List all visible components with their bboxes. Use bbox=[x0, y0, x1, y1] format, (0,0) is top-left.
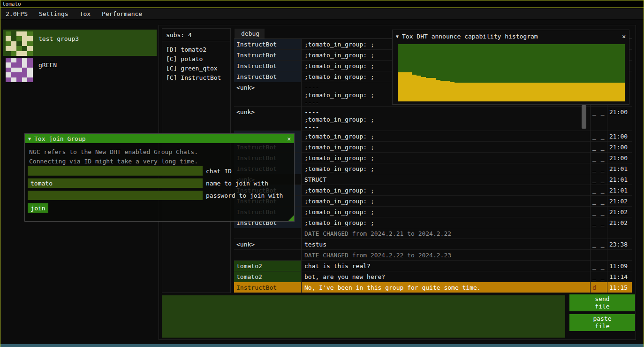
message-text: ;tomato_in_group: ; bbox=[302, 185, 590, 195]
histogram-bar bbox=[559, 83, 563, 101]
histogram-bar bbox=[601, 83, 606, 101]
message-text: ;tomato_in_group: ; bbox=[302, 131, 590, 141]
menu-item-20fps[interactable]: 2.0FPS bbox=[1, 9, 32, 19]
message-timestamp: 11:14 bbox=[607, 271, 632, 282]
message-flags: _ _ bbox=[591, 174, 606, 185]
join-window-title: Tox join Group bbox=[34, 135, 284, 142]
message-text: ---- ;tomato_in_group: ; ---- bbox=[302, 107, 590, 131]
message-timestamp: 21:01 bbox=[607, 163, 632, 174]
join-window-titlebar[interactable]: ▼ Tox join Group ✕ bbox=[25, 134, 294, 143]
avatar-pixel bbox=[27, 68, 33, 72]
avatar-pixel bbox=[6, 31, 11, 36]
collapse-arrow-icon[interactable]: ▼ bbox=[396, 34, 399, 39]
avatar-pixel bbox=[22, 51, 28, 56]
window-title: tomato bbox=[2, 1, 21, 7]
histogram-bar bbox=[492, 83, 497, 101]
avatar-pixel bbox=[11, 77, 17, 82]
join-button[interactable]: join bbox=[28, 203, 48, 213]
histogram-bar bbox=[402, 72, 407, 101]
avatar-pixel bbox=[6, 68, 11, 72]
member-item[interactable]: [C] green_qtox bbox=[162, 64, 230, 73]
message-author: <unk> bbox=[234, 107, 301, 131]
avatar-pixel bbox=[27, 77, 33, 82]
subs-count: subs: 4 bbox=[162, 29, 230, 41]
avatar-pixel bbox=[11, 51, 17, 56]
avatar-pixel bbox=[6, 51, 11, 56]
member-item[interactable]: [C] potato bbox=[162, 54, 230, 64]
join-field-name-to-join-with[interactable] bbox=[28, 178, 203, 188]
avatar-pixel bbox=[27, 41, 33, 46]
avatar-pixel bbox=[6, 36, 11, 41]
message-author: <unk> bbox=[234, 239, 301, 249]
avatar-pixel bbox=[22, 36, 28, 41]
menu-item-settings[interactable]: Settings bbox=[35, 9, 73, 19]
menu-item-tox[interactable]: Tox bbox=[76, 9, 95, 19]
histogram-bar bbox=[507, 83, 511, 101]
send-file-button[interactable]: send file bbox=[569, 294, 635, 311]
histogram-bar bbox=[469, 83, 473, 101]
histogram-bar bbox=[582, 83, 587, 101]
menu-item-performance[interactable]: Performance bbox=[98, 9, 146, 19]
join-info-line1: NGC refers to the New DHT enabled Group … bbox=[29, 148, 198, 155]
avatar-pixel bbox=[16, 72, 22, 77]
message-author: tomato2 bbox=[234, 271, 301, 282]
collapse-arrow-icon[interactable]: ▼ bbox=[28, 136, 31, 141]
histogram-bar bbox=[521, 83, 525, 101]
histogram-window-titlebar[interactable]: ▼ Tox DHT announce capability histogram … bbox=[393, 30, 629, 42]
message-row[interactable]: tomato2bot, are you new here?_ _11:14 bbox=[234, 271, 632, 282]
message-timestamp: 11:15 bbox=[607, 282, 632, 293]
scrollbar-thumb[interactable] bbox=[582, 105, 586, 129]
message-timestamp: 21:00 bbox=[607, 131, 632, 141]
message-row[interactable]: tomato2chat is this real?_ _11:09 bbox=[234, 261, 632, 271]
close-icon[interactable]: ✕ bbox=[287, 135, 291, 142]
message-row[interactable]: InstructBotNo, I've been in this group f… bbox=[234, 282, 632, 293]
message-flags: _ _ bbox=[591, 207, 606, 217]
message-author: InstructBot bbox=[234, 50, 301, 60]
message-timestamp: 21:02 bbox=[607, 196, 632, 206]
join-field-label: chat ID bbox=[206, 168, 232, 175]
avatar-pixel bbox=[22, 31, 28, 36]
group-item-test_group3[interactable]: test_group3 bbox=[3, 30, 157, 56]
avatar-pixel bbox=[16, 51, 22, 56]
histogram-bar bbox=[530, 83, 535, 101]
histogram-bar bbox=[525, 83, 530, 101]
avatar-pixel bbox=[6, 58, 11, 62]
histogram-bar bbox=[573, 83, 577, 101]
histogram-bar bbox=[445, 81, 450, 101]
paste-file-button[interactable]: paste file bbox=[569, 314, 635, 331]
message-flags: d bbox=[591, 282, 606, 293]
os-titlebar[interactable]: tomato bbox=[0, 0, 644, 8]
join-field-password-to-join-with[interactable] bbox=[28, 191, 203, 200]
histogram-bar bbox=[544, 83, 549, 101]
message-input[interactable] bbox=[162, 295, 565, 338]
message-text: ;tomato_in_group: ; bbox=[302, 217, 590, 228]
message-flags: _ _ bbox=[591, 107, 606, 131]
message-row[interactable]: <unk>---- ;tomato_in_group: ; ----_ _21:… bbox=[234, 107, 632, 131]
group-item-gREEN[interactable]: gREEN bbox=[3, 56, 157, 82]
histogram-bar bbox=[478, 83, 483, 101]
resize-grip[interactable] bbox=[288, 215, 294, 221]
message-row[interactable]: <unk>testus_ _23:38 bbox=[234, 239, 632, 250]
avatar-pixel bbox=[22, 68, 28, 72]
join-field-label: name to join with bbox=[206, 180, 268, 187]
histogram-bar bbox=[497, 83, 502, 101]
join-field-chat-id[interactable] bbox=[28, 166, 203, 176]
menu-bar: 2.0FPSSettingsToxPerformance bbox=[0, 8, 644, 20]
avatar-pixel bbox=[27, 31, 33, 36]
histogram-bar bbox=[511, 83, 516, 101]
histogram-bar bbox=[455, 83, 459, 101]
avatar-pixel bbox=[22, 62, 28, 67]
histogram-bar bbox=[459, 83, 464, 101]
member-item[interactable]: [D] tomato2 bbox=[162, 45, 230, 54]
histogram-bar bbox=[426, 78, 431, 101]
avatar-pixel bbox=[22, 77, 28, 82]
member-item[interactable]: [C] InstructBot bbox=[162, 73, 230, 83]
message-author: <unk> bbox=[234, 82, 301, 106]
close-icon[interactable]: ✕ bbox=[622, 33, 626, 40]
window-resize-edge bbox=[0, 344, 644, 347]
date-separator-row: DATE CHANGED from 2024.2.21 to 2024.2.22 bbox=[234, 228, 632, 239]
message-text: ;tomato_in_group: ; bbox=[302, 196, 590, 206]
group-avatar-icon bbox=[6, 58, 33, 82]
avatar-pixel bbox=[16, 46, 22, 51]
tab-debug[interactable]: debug bbox=[235, 29, 265, 39]
